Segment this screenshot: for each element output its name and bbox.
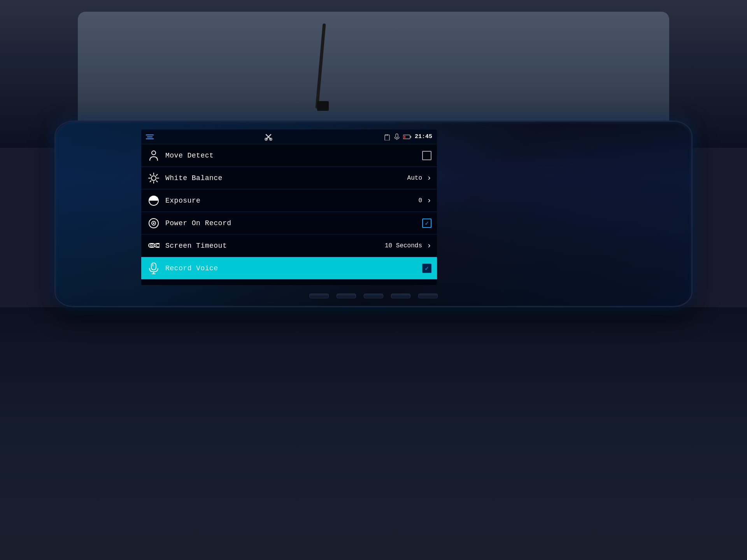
svg-rect-35 (153, 264, 153, 266)
record-voice-label: Record Voice (165, 264, 422, 272)
hw-button-1[interactable] (309, 294, 329, 298)
white-balance-chevron: › (427, 173, 431, 182)
battery-icon (403, 134, 412, 140)
svg-point-12 (152, 151, 156, 155)
record-voice-checkbox[interactable] (422, 264, 431, 273)
menu-item-white-balance[interactable]: White Balance Auto › (141, 167, 437, 189)
screen-timeout-chevron: › (427, 241, 431, 250)
menu-icon[interactable] (146, 135, 154, 139)
move-detect-checkbox[interactable] (422, 151, 431, 160)
svg-point-32 (156, 244, 160, 247)
svg-rect-4 (385, 135, 389, 140)
svg-rect-7 (396, 134, 398, 138)
svg-rect-11 (404, 136, 405, 138)
device-screen: 21:45 Move Detect (141, 130, 437, 285)
status-bar: 21:45 (141, 130, 437, 144)
exposure-chevron: › (427, 196, 431, 205)
svg-rect-5 (386, 134, 386, 136)
mic-status-icon (394, 133, 400, 140)
mirror-housing: 21:45 Move Detect (54, 121, 693, 307)
status-right: 21:45 (384, 133, 432, 140)
svg-line-21 (150, 180, 151, 182)
move-detect-icon (147, 149, 161, 163)
svg-rect-6 (387, 134, 388, 136)
move-detect-label: Move Detect (165, 152, 422, 159)
white-balance-icon (147, 171, 161, 185)
sd-card-icon (384, 133, 391, 140)
seat-background (78, 12, 669, 121)
background-bottom (0, 307, 747, 560)
svg-point-13 (151, 176, 156, 180)
record-voice-icon (147, 261, 161, 275)
white-balance-value: Auto (407, 175, 422, 182)
cable-connector (317, 101, 329, 111)
time-display: 21:45 (415, 133, 432, 140)
menu-item-exposure[interactable]: Exposure 0 › (141, 189, 437, 212)
exposure-icon (147, 194, 161, 208)
menu-item-screen-timeout[interactable]: Screen Timeout 10 Seconds › (141, 234, 437, 257)
svg-point-27 (153, 222, 154, 224)
screen-timeout-value: 10 Seconds (385, 242, 422, 249)
status-center-icon (264, 133, 273, 141)
hw-button-5[interactable] (418, 294, 438, 298)
svg-line-19 (156, 180, 158, 182)
svg-rect-10 (410, 136, 411, 138)
exposure-value: 0 (418, 197, 422, 204)
screen-timeout-label: Screen Timeout (165, 242, 385, 250)
power-on-record-label: Power On Record (165, 219, 422, 227)
menu-line-3 (146, 138, 154, 139)
svg-point-33 (158, 245, 159, 246)
svg-point-30 (151, 245, 153, 246)
hardware-buttons (309, 294, 438, 298)
white-balance-label: White Balance (165, 174, 407, 182)
menu-item-record-voice[interactable]: Record Voice (141, 257, 437, 280)
status-left (146, 135, 154, 139)
svg-line-20 (156, 174, 158, 175)
menu-item-move-detect[interactable]: Move Detect (141, 144, 437, 167)
menu-line-1 (146, 135, 154, 135)
menu-item-power-on-record[interactable]: Power On Record (141, 212, 437, 234)
svg-line-18 (150, 174, 151, 175)
power-on-record-checkbox[interactable] (422, 219, 431, 228)
screen-timeout-icon (147, 239, 161, 253)
svg-rect-34 (151, 263, 156, 270)
hw-button-3[interactable] (364, 294, 383, 298)
exposure-label: Exposure (165, 197, 418, 205)
settings-menu: Move Detect (141, 144, 437, 280)
power-on-record-icon (147, 216, 161, 230)
hw-button-4[interactable] (391, 294, 410, 298)
hw-button-2[interactable] (337, 294, 356, 298)
menu-line-2 (147, 136, 153, 137)
